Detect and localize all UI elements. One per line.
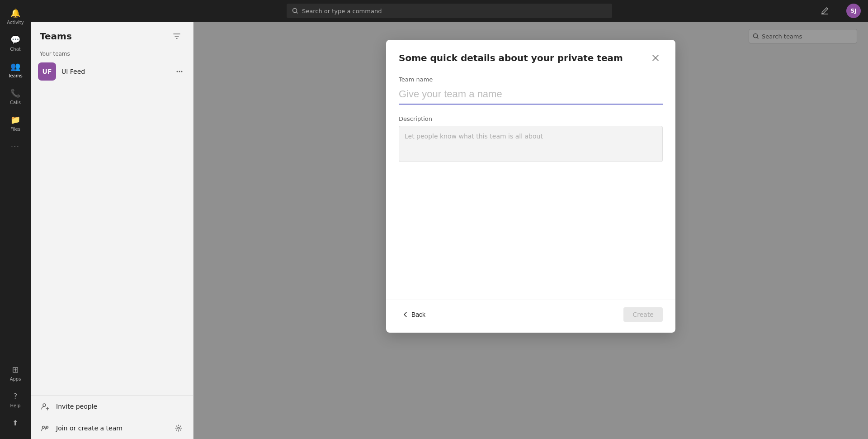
right-content: Search teams Some quick details about yo… — [193, 22, 868, 439]
description-field-label: Description — [399, 115, 663, 122]
sidebar-item-apps[interactable]: ⊞ Apps — [3, 360, 28, 385]
modal-spacer — [399, 162, 663, 289]
search-icon — [292, 8, 298, 14]
create-button[interactable]: Create — [623, 307, 663, 322]
sidebar-item-files[interactable]: 📁 Files — [3, 110, 28, 135]
teams-panel-title: Teams — [40, 31, 72, 42]
filter-button[interactable] — [170, 29, 184, 43]
team-row[interactable]: UF UI Feed — [31, 59, 193, 84]
sidebar-bottom: ⊞ Apps ? Help ⬆ — [3, 360, 28, 435]
invite-people-label: Invite people — [56, 403, 97, 410]
activity-icon: 🔔 — [10, 7, 21, 18]
svg-point-4 — [43, 404, 46, 406]
back-button[interactable]: Back — [399, 308, 429, 321]
filter-icon — [173, 33, 180, 40]
global-search-placeholder: Search or type a command — [302, 8, 382, 14]
description-placeholder: Let people know what this team is all ab… — [405, 133, 543, 140]
main-area: Teams Your teams UF UI Feed — [31, 22, 868, 439]
join-create-icon — [40, 423, 51, 434]
sidebar-item-upload[interactable]: ⬆ — [3, 414, 28, 432]
apps-icon: ⊞ — [10, 364, 21, 375]
close-icon — [652, 54, 659, 62]
sidebar-item-apps-label: Apps — [10, 377, 21, 382]
join-create-team-button[interactable]: Join or create a team — [31, 417, 193, 439]
create-label: Create — [632, 311, 654, 318]
title-bar: Search or type a command SJ — [31, 0, 868, 22]
team-avatar: UF — [38, 62, 56, 81]
teams-panel: Teams Your teams UF UI Feed — [31, 22, 193, 439]
chat-icon: 💬 — [10, 34, 21, 45]
user-avatar[interactable]: SJ — [846, 4, 861, 18]
modal-close-button[interactable] — [648, 51, 663, 65]
sidebar-item-help[interactable]: ? Help — [3, 387, 28, 412]
description-textarea[interactable]: Let people know what this team is all ab… — [399, 126, 663, 162]
team-name-input[interactable] — [399, 86, 663, 105]
modal-header: Some quick details about your private te… — [386, 40, 675, 72]
sidebar-item-help-label: Help — [10, 403, 21, 408]
modal-title: Some quick details about your private te… — [399, 52, 623, 63]
upload-icon: ⬆ — [10, 417, 21, 428]
more-icon: ··· — [10, 141, 21, 152]
sidebar-item-more[interactable]: ··· — [3, 137, 28, 155]
compose-button[interactable] — [817, 4, 832, 18]
sidebar-item-chat[interactable]: 💬 Chat — [3, 30, 28, 55]
sidebar-item-files-label: Files — [10, 127, 20, 132]
files-icon: 📁 — [10, 114, 21, 125]
svg-point-5 — [42, 426, 45, 429]
settings-icon[interactable] — [173, 423, 184, 434]
calls-icon: 📞 — [10, 87, 21, 98]
svg-point-3 — [181, 71, 183, 72]
modal-body: Team name Description Let people know wh… — [386, 72, 675, 300]
help-icon: ? — [10, 391, 21, 401]
sidebar-item-activity[interactable]: 🔔 Activity — [3, 4, 28, 29]
global-search[interactable]: Search or type a command — [287, 4, 612, 18]
sidebar-item-calls-label: Calls — [10, 100, 21, 105]
create-team-modal: Some quick details about your private te… — [386, 40, 675, 333]
teams-panel-bottom: Invite people Join or create a team — [31, 395, 193, 439]
your-teams-label: Your teams — [31, 47, 193, 59]
svg-point-7 — [178, 427, 179, 429]
svg-point-2 — [179, 71, 180, 72]
back-label: Back — [411, 311, 425, 318]
sidebar: 🔔 Activity 💬 Chat 👥 Teams 📞 Calls 📁 File… — [0, 0, 31, 439]
sidebar-item-calls[interactable]: 📞 Calls — [3, 84, 28, 109]
team-more-button[interactable] — [173, 65, 186, 78]
back-chevron-icon — [402, 311, 409, 318]
sidebar-item-teams[interactable]: 👥 Teams — [3, 57, 28, 82]
invite-people-button[interactable]: Invite people — [31, 396, 193, 417]
invite-icon — [40, 401, 51, 412]
modal-overlay: Some quick details about your private te… — [193, 22, 868, 439]
team-name-field-label: Team name — [399, 76, 663, 83]
avatar-initials: SJ — [850, 8, 856, 14]
team-name: UI Feed — [61, 68, 168, 75]
modal-footer: Back Create — [386, 300, 675, 333]
svg-point-1 — [177, 71, 178, 72]
ellipsis-icon — [176, 68, 183, 75]
teams-header: Teams — [31, 22, 193, 47]
teams-icon: 👥 — [10, 61, 21, 72]
sidebar-item-activity-label: Activity — [7, 20, 24, 25]
sidebar-item-teams-label: Teams — [8, 73, 23, 78]
sidebar-item-chat-label: Chat — [10, 47, 20, 52]
join-create-label: Join or create a team — [56, 425, 168, 432]
